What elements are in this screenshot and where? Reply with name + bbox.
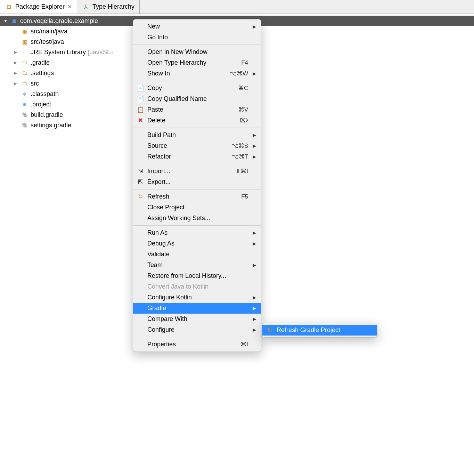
menu-item-refactor[interactable]: Refactor⌥⌘T▶: [133, 151, 261, 162]
menu-item-label: Paste: [147, 106, 235, 113]
menu-item-delete[interactable]: ✖Delete⌦: [133, 115, 261, 126]
menu-item-debug-as[interactable]: Debug As▶: [133, 238, 261, 249]
tree-label: .settings: [31, 70, 54, 77]
context-menu: New▶Go IntoOpen in New WindowOpen Type H…: [133, 19, 261, 352]
menu-item-paste[interactable]: 📋Paste⌘V: [133, 104, 261, 115]
submenu-arrow-icon: ▶: [251, 24, 256, 29]
refresh-icon: ↻: [137, 193, 144, 200]
paste-icon: 📋: [137, 106, 144, 113]
menu-separator: [133, 45, 261, 45]
tree-label: src/test/java: [31, 38, 64, 46]
tree-label: .project: [31, 101, 51, 108]
menu-item-close-project[interactable]: Close Project: [133, 202, 261, 213]
package-explorer-icon: ⊞: [5, 3, 13, 11]
tree-label: src/main/java: [31, 28, 67, 35]
expand-arrow-icon[interactable]: ▶: [14, 60, 19, 65]
submenu-arrow-icon: ▶: [251, 295, 256, 300]
menu-item-label: Configure: [147, 326, 245, 333]
submenu-arrow-icon: ▶: [251, 71, 256, 76]
menu-item-label: Open Type Hierarchy: [147, 59, 238, 66]
package-icon: ▦: [21, 38, 28, 46]
menu-shortcut: ⌘V: [238, 106, 248, 113]
menu-shortcut: ⌥⌘T: [232, 153, 248, 160]
menu-item-refresh[interactable]: ↻RefreshF5: [133, 191, 261, 202]
menu-item-label: Restore from Local History...: [147, 272, 245, 280]
tab-label: Package Explorer: [15, 3, 65, 10]
delete-icon: ✖: [137, 117, 144, 124]
tab-bar: ⊞ Package Explorer ✕ ⅄ Type Hierarchy: [0, 0, 474, 14]
menu-shortcut: ⌘I: [240, 341, 248, 348]
menu-separator: [133, 128, 261, 128]
menu-item-label: Delete: [147, 117, 237, 124]
project-icon: ☗: [10, 17, 18, 25]
menu-item-gradle[interactable]: Gradle▶: [133, 303, 261, 314]
menu-item-export[interactable]: ⇱Export...: [133, 177, 261, 187]
menu-item-copy[interactable]: 📄Copy⌘C: [133, 83, 261, 94]
gradle-icon: 🐘: [21, 111, 28, 119]
menu-item-label: Configure Kotlin: [147, 294, 245, 301]
menu-separator: [133, 164, 261, 164]
menu-item-label: Export...: [147, 178, 245, 186]
menu-item-label: Import...: [147, 168, 232, 175]
menu-item-label: Validate: [147, 251, 245, 258]
tree-label: com.vogella.gradle.example: [20, 17, 98, 25]
menu-item-team[interactable]: Team▶: [133, 260, 261, 271]
copy-icon: 📄: [137, 95, 144, 103]
menu-item-validate[interactable]: Validate: [133, 249, 261, 260]
tab-package-explorer[interactable]: ⊞ Package Explorer ✕: [0, 0, 77, 14]
menu-item-configure-kotlin[interactable]: Configure Kotlin▶: [133, 292, 261, 303]
submenu-arrow-icon: ▶: [251, 143, 256, 148]
tree-label: src: [31, 80, 39, 87]
tree-label: build.gradle: [31, 111, 63, 119]
menu-item-assign-working-sets[interactable]: Assign Working Sets...: [133, 213, 261, 224]
xmlfile-icon: ⎈: [21, 100, 28, 108]
tab-label: Type Hierarchy: [92, 3, 134, 10]
menu-item-label: Refresh: [147, 193, 238, 200]
expand-arrow-icon[interactable]: ▶: [14, 81, 19, 86]
submenu-arrow-icon: ▶: [251, 241, 256, 246]
menu-item-label: Copy Qualified Name: [147, 95, 245, 103]
submenu-arrow-icon: ▶: [251, 263, 256, 268]
submenu-arrow-icon: ▶: [251, 154, 256, 159]
menu-item-import[interactable]: ⇲Import...⇧⌘I: [133, 166, 261, 177]
menu-item-refresh-gradle-project[interactable]: ↻Refresh Gradle Project: [262, 325, 377, 336]
menu-item-label: Team: [147, 261, 245, 269]
menu-item-go-into[interactable]: Go Into: [133, 32, 261, 43]
menu-item-properties[interactable]: Properties⌘I: [133, 339, 261, 350]
menu-item-compare-with[interactable]: Compare With▶: [133, 314, 261, 324]
xmlfile-icon: ⎈: [21, 90, 28, 98]
menu-item-new[interactable]: New▶: [133, 21, 261, 32]
export-icon: ⇱: [137, 178, 144, 186]
import-icon: ⇲: [137, 168, 144, 175]
menu-item-show-in[interactable]: Show In⌥⌘W▶: [133, 68, 261, 79]
submenu-arrow-icon: ▶: [251, 132, 256, 138]
menu-item-label: Properties: [147, 341, 237, 348]
menu-item-build-path[interactable]: Build Path▶: [133, 130, 261, 140]
menu-item-label: Show In: [147, 70, 227, 77]
expand-arrow-icon[interactable]: ▶: [14, 71, 19, 75]
tree-label: JRE System Library: [31, 49, 86, 56]
menu-shortcut: ⌥⌘W: [230, 70, 248, 77]
menu-item-copy-qualified-name[interactable]: 📄Copy Qualified Name: [133, 94, 261, 104]
menu-item-run-as[interactable]: Run As▶: [133, 227, 261, 238]
menu-item-label: Gradle: [147, 305, 245, 312]
menu-shortcut: F5: [241, 193, 248, 200]
menu-item-label: New: [147, 23, 245, 30]
menu-item-label: Source: [147, 142, 228, 150]
menu-item-open-type-hierarchy[interactable]: Open Type HierarchyF4: [133, 57, 261, 68]
menu-item-open-in-new-window[interactable]: Open in New Window: [133, 47, 261, 57]
refresh-icon: ↻: [266, 326, 273, 334]
expand-arrow-icon[interactable]: ▶: [14, 50, 19, 55]
menu-item-label: Run As: [147, 229, 245, 236]
menu-separator: [133, 337, 261, 337]
folder-icon: 🗀: [21, 69, 28, 77]
menu-item-source[interactable]: Source⌥⌘S▶: [133, 140, 261, 151]
submenu-arrow-icon: ▶: [251, 306, 256, 311]
gradle-icon: 🐘: [21, 121, 28, 129]
tab-type-hierarchy[interactable]: ⅄ Type Hierarchy: [77, 0, 140, 14]
submenu-arrow-icon: ▶: [251, 230, 256, 235]
menu-item-configure[interactable]: Configure▶: [133, 324, 261, 335]
menu-item-restore-from-local-history[interactable]: Restore from Local History...: [133, 271, 261, 281]
expand-arrow-icon[interactable]: ▼: [3, 18, 8, 23]
close-icon[interactable]: ✕: [67, 3, 72, 10]
